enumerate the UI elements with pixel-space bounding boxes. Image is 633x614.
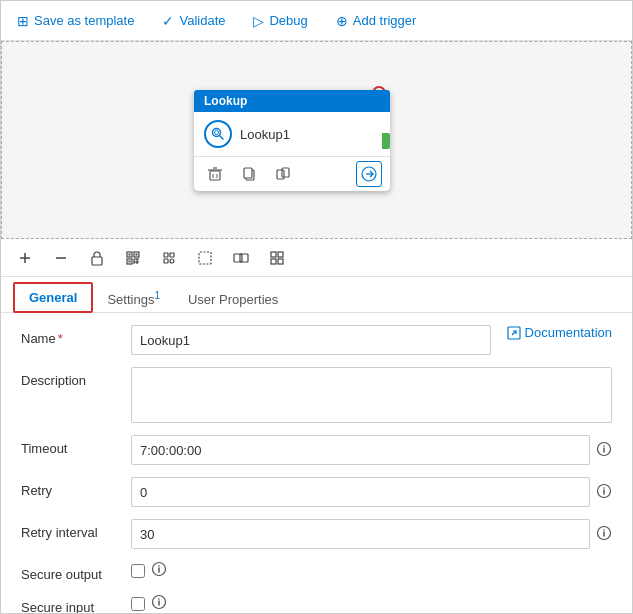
tab-user-properties[interactable]: User Properties: [174, 286, 292, 313]
svg-point-52: [158, 565, 160, 567]
svg-point-43: [603, 445, 605, 447]
retry-input-wrap: [131, 477, 612, 507]
node-body: Lookup1: [194, 112, 390, 156]
retry-interval-info-icon[interactable]: [596, 525, 612, 544]
timeout-input[interactable]: [131, 435, 590, 465]
validate-button[interactable]: ✓ Validate: [158, 11, 229, 31]
svg-rect-35: [271, 252, 276, 257]
svg-rect-21: [129, 253, 131, 255]
name-row: Name* Documentation: [21, 325, 612, 355]
save-template-icon: ⊞: [17, 13, 29, 29]
svg-rect-10: [277, 170, 284, 179]
svg-point-2: [215, 131, 219, 135]
documentation-icon: [507, 326, 521, 340]
svg-rect-30: [164, 259, 168, 263]
lock-button[interactable]: [85, 246, 109, 270]
green-connector: [382, 133, 390, 149]
retry-interval-label: Retry interval: [21, 519, 131, 540]
tab-general[interactable]: General: [13, 282, 93, 313]
documentation-link[interactable]: Documentation: [507, 325, 612, 340]
svg-rect-29: [170, 253, 174, 257]
top-toolbar: ⊞ Save as template ✓ Validate ▷ Debug ⊕ …: [1, 1, 632, 41]
select-button[interactable]: [193, 246, 217, 270]
svg-rect-37: [271, 259, 276, 264]
retry-input[interactable]: [131, 477, 590, 507]
debug-label: Debug: [269, 13, 307, 28]
node-actions: [194, 156, 390, 191]
secure-input-info-icon[interactable]: [151, 594, 167, 613]
node-navigate-button[interactable]: [356, 161, 382, 187]
timeout-input-wrap: [131, 435, 612, 465]
node-title: Lookup1: [240, 127, 290, 142]
secure-output-input-wrap: [131, 561, 612, 580]
save-template-label: Save as template: [34, 13, 134, 28]
scan-button[interactable]: [157, 246, 181, 270]
timeout-row: Timeout: [21, 435, 612, 465]
node-search-icon: [204, 120, 232, 148]
tab-bar: General Settings1 User Properties: [1, 277, 632, 313]
svg-point-55: [158, 598, 160, 600]
documentation-label: Documentation: [525, 325, 612, 340]
secure-input-checkbox-wrap: [131, 597, 145, 611]
svg-point-46: [603, 487, 605, 489]
retry-interval-row: Retry interval: [21, 519, 612, 549]
description-input-wrap: [131, 367, 612, 423]
add-trigger-label: Add trigger: [353, 13, 417, 28]
secure-output-info-icon[interactable]: [151, 561, 167, 580]
node-header: Lookup: [194, 90, 390, 112]
save-template-button[interactable]: ⊞ Save as template: [13, 11, 138, 31]
svg-rect-33: [234, 254, 242, 262]
svg-line-1: [220, 136, 224, 140]
description-row: Description: [21, 367, 612, 423]
zoom-in-button[interactable]: [13, 246, 37, 270]
secure-input-checkbox[interactable]: [131, 597, 145, 611]
name-label: Name*: [21, 325, 131, 346]
timeout-label: Timeout: [21, 435, 131, 456]
node-delete-button[interactable]: [202, 161, 228, 187]
svg-rect-22: [136, 253, 138, 255]
form-area: Name* Documentation Description: [1, 313, 632, 614]
retry-interval-input[interactable]: [131, 519, 590, 549]
retry-info-icon[interactable]: [596, 483, 612, 502]
node-clone-button[interactable]: [270, 161, 296, 187]
svg-rect-34: [240, 254, 248, 262]
svg-point-31: [170, 259, 174, 263]
secure-input-input-wrap: [131, 594, 612, 613]
svg-rect-36: [278, 252, 283, 257]
layers-button[interactable]: [265, 246, 289, 270]
debug-icon: ▷: [253, 13, 264, 29]
retry-label: Retry: [21, 477, 131, 498]
node-copy-button[interactable]: [236, 161, 262, 187]
tab-settings[interactable]: Settings1: [93, 284, 174, 313]
name-input-wrap: [131, 325, 491, 355]
svg-rect-38: [278, 259, 283, 264]
add-trigger-button[interactable]: ⊕ Add trigger: [332, 11, 421, 31]
secure-input-row: Secure input: [21, 594, 612, 614]
lookup-node[interactable]: Lookup Lookup1: [194, 90, 390, 191]
canvas-area: Lookup Lookup1: [1, 41, 632, 239]
form-section: Name* Documentation Description: [1, 313, 632, 614]
add-trigger-icon: ⊕: [336, 13, 348, 29]
svg-rect-9: [244, 168, 252, 178]
retry-interval-input-wrap: [131, 519, 612, 549]
timeout-info-icon[interactable]: [596, 441, 612, 460]
secure-output-checkbox[interactable]: [131, 564, 145, 578]
description-textarea[interactable]: [131, 367, 612, 423]
secure-output-row: Secure output: [21, 561, 612, 582]
resize-button[interactable]: [229, 246, 253, 270]
name-input[interactable]: [131, 325, 491, 355]
svg-rect-28: [164, 253, 168, 257]
debug-button[interactable]: ▷ Debug: [249, 11, 311, 31]
secure-input-label: Secure input: [21, 594, 131, 614]
description-label: Description: [21, 367, 131, 388]
secure-output-checkbox-wrap: [131, 564, 145, 578]
svg-rect-11: [282, 168, 289, 177]
svg-rect-32: [199, 252, 211, 264]
canvas-controls: [1, 239, 632, 277]
svg-rect-17: [92, 257, 102, 265]
validate-label: Validate: [179, 13, 225, 28]
qr-button[interactable]: [121, 246, 145, 270]
svg-point-49: [603, 529, 605, 531]
zoom-out-button[interactable]: [49, 246, 73, 270]
secure-output-label: Secure output: [21, 561, 131, 582]
